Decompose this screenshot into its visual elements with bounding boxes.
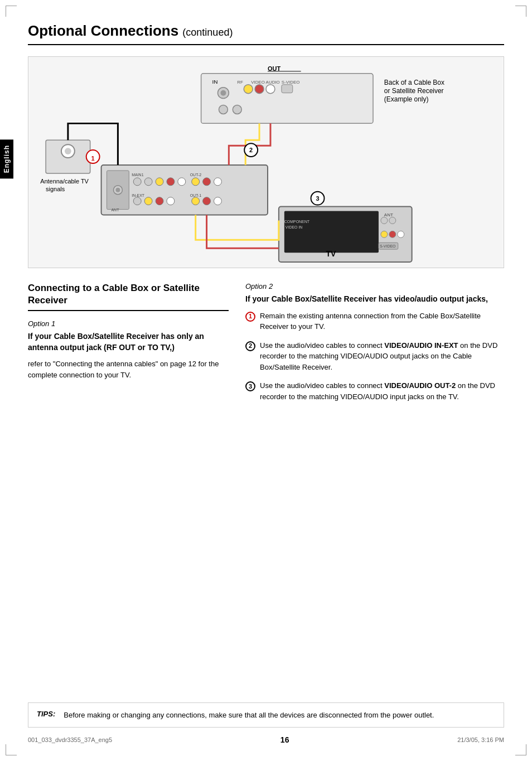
page-title: Optional Connections (continued): [28, 22, 504, 45]
svg-point-31: [144, 197, 152, 205]
tips-section: TIPS: Before making or changing any conn…: [28, 702, 504, 728]
corner-br: [515, 744, 526, 755]
svg-point-15: [233, 105, 241, 114]
svg-point-28: [167, 178, 175, 186]
left-column: Connecting to a Cable Box or Satellite R…: [28, 282, 229, 410]
svg-point-32: [156, 197, 163, 205]
svg-text:OUT-1: OUT-1: [190, 193, 202, 197]
svg-point-51: [381, 231, 388, 237]
svg-text:OUT: OUT: [268, 65, 280, 72]
option1-text: refer to "Connecting the antenna cables"…: [28, 358, 229, 380]
svg-text:2: 2: [249, 147, 253, 153]
page-footer: 001_033_dvdr3355_37A_eng5 16 21/3/05, 3:…: [28, 735, 504, 744]
option2-label: Option 2: [245, 282, 504, 290]
svg-point-39: [192, 197, 200, 205]
item2-text: Use the audio/video cables to connect VI…: [260, 340, 504, 373]
tips-text: Before making or changing any connection…: [64, 710, 434, 721]
svg-point-53: [398, 231, 404, 237]
svg-rect-10: [282, 85, 293, 93]
svg-text:OUT-2: OUT-2: [190, 173, 202, 177]
svg-text:signals: signals: [46, 186, 65, 192]
svg-point-52: [389, 231, 396, 237]
option2-heading: If your Cable Box/Satellite Receiver has…: [245, 294, 504, 305]
footer-right: 21/3/05, 3:16 PM: [457, 736, 504, 743]
list-item: 1 Remain the existing antenna connection…: [245, 311, 504, 332]
footer-left: 001_033_dvdr3355_37A_eng5: [28, 736, 112, 743]
svg-point-20: [65, 148, 71, 154]
svg-point-7: [244, 85, 253, 94]
item1-text: Remain the existing antenna connection f…: [260, 311, 504, 332]
svg-point-29: [178, 178, 186, 186]
svg-text:Antenna/cable TV: Antenna/cable TV: [40, 178, 89, 185]
svg-point-37: [203, 178, 211, 186]
svg-text:ANT: ANT: [384, 212, 393, 217]
content-area: Connecting to a Cable Box or Satellite R…: [28, 282, 504, 410]
svg-text:MAIN1: MAIN1: [132, 173, 143, 177]
svg-text:IN: IN: [212, 79, 218, 85]
svg-text:S-VIDEO: S-VIDEO: [380, 244, 396, 248]
svg-text:TV: TV: [326, 249, 336, 258]
svg-point-41: [214, 197, 221, 205]
option1-heading: If your Cable Box/Satellite Receiver has…: [28, 331, 229, 353]
page-number: 16: [280, 735, 289, 744]
svg-text:IN-EXT: IN-EXT: [132, 193, 145, 197]
number-1: 1: [245, 312, 255, 322]
svg-point-25: [133, 178, 141, 186]
svg-point-50: [389, 217, 396, 224]
right-column: Option 2 If your Cable Box/Satellite Rec…: [245, 282, 504, 410]
svg-text:COMPONENT: COMPONENT: [284, 220, 310, 224]
svg-text:3: 3: [316, 195, 319, 202]
svg-point-9: [266, 85, 275, 94]
option2-list: 1 Remain the existing antenna connection…: [245, 311, 504, 403]
svg-point-14: [219, 105, 228, 114]
svg-point-40: [203, 197, 211, 205]
option1-label: Option 1: [28, 319, 229, 328]
page-container: English Optional Connections (continued)…: [0, 0, 532, 761]
corner-tl: [6, 6, 17, 17]
svg-point-6: [220, 90, 226, 96]
svg-point-33: [167, 197, 175, 205]
svg-point-38: [214, 178, 221, 186]
svg-text:VIDEO IN: VIDEO IN: [286, 225, 303, 229]
number-3: 3: [245, 381, 255, 391]
svg-text:S-VIDEO: S-VIDEO: [282, 80, 300, 85]
language-tab: English: [0, 139, 13, 178]
svg-text:(Example only): (Example only): [384, 95, 429, 103]
corner-tr: [515, 6, 526, 17]
svg-point-27: [156, 178, 163, 186]
tips-label: TIPS:: [37, 710, 55, 721]
diagram-area: OUT IN RF VIDEO AUDIO S-VIDEO Back of a …: [28, 56, 504, 268]
svg-rect-48: [284, 211, 379, 253]
svg-point-36: [192, 178, 200, 186]
svg-text:RF: RF: [237, 80, 243, 85]
svg-point-26: [144, 178, 152, 186]
section-title: Connecting to a Cable Box or Satellite R…: [28, 282, 229, 311]
corner-bl: [6, 744, 17, 755]
item3-text: Use the audio/video cables to connect VI…: [260, 380, 504, 402]
connection-diagram: OUT IN RF VIDEO AUDIO S-VIDEO Back of a …: [28, 57, 504, 268]
svg-point-49: [381, 217, 388, 224]
svg-text:1: 1: [91, 155, 95, 162]
svg-text:or Satellite Receiver: or Satellite Receiver: [384, 87, 444, 95]
number-2: 2: [245, 341, 255, 351]
cable-box-label: Back of a Cable Box: [384, 79, 444, 86]
list-item: 2 Use the audio/video cables to connect …: [245, 340, 504, 373]
svg-point-30: [133, 197, 141, 205]
list-item: 3 Use the audio/video cables to connect …: [245, 380, 504, 402]
svg-point-8: [255, 85, 264, 94]
svg-text:VIDEO AUDIO: VIDEO AUDIO: [251, 80, 280, 85]
svg-text:ANT: ANT: [111, 208, 119, 212]
svg-point-45: [115, 188, 120, 192]
